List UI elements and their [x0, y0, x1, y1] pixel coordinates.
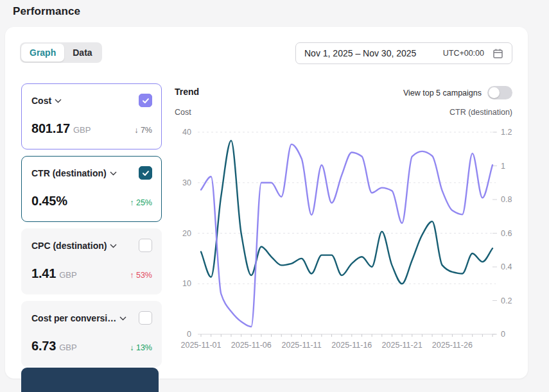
metric-label: CTR (destination) — [31, 168, 107, 178]
delta-arrow-icon: ↑ — [130, 198, 134, 207]
x-axis-tick-label: 2025-11-06 — [225, 341, 277, 350]
metric-value: 1.41 — [31, 266, 56, 281]
view-top5-label: View top 5 campaigns — [403, 89, 482, 98]
page-title: Performance — [13, 5, 80, 18]
performance-dashboard: Performance Graph Data Nov 1, 2025 – Nov… — [0, 0, 549, 392]
metric-delta: ↑ 53% — [130, 271, 152, 280]
metric-value: 0.45% — [31, 194, 67, 209]
right-axis-title: CTR (destination) — [5, 108, 512, 117]
timezone-text: UTC+00:00 — [443, 49, 484, 58]
metric-label: Cost per conversi… — [31, 313, 116, 323]
right-axis-tick-label: 0.8 — [501, 194, 512, 205]
tab-graph[interactable]: Graph — [21, 44, 64, 62]
series-line-cost — [201, 144, 492, 327]
delta-arrow-icon: ↑ — [130, 271, 134, 280]
calendar-icon[interactable] — [492, 48, 503, 59]
metric-delta: ↓ 13% — [130, 343, 152, 352]
chevron-down-icon[interactable] — [110, 244, 117, 248]
metric-checkbox[interactable] — [139, 166, 152, 180]
metric-delta: ↓ 7% — [134, 126, 152, 135]
left-axis-tick-label: 0 — [163, 329, 191, 339]
chevron-down-icon[interactable] — [119, 316, 126, 321]
right-axis-tick-label: 0.6 — [501, 228, 512, 239]
performance-panel: Graph Data Nov 1, 2025 – Nov 30, 2025 UT… — [5, 27, 528, 379]
view-mode-switcher: Graph Data — [20, 42, 102, 63]
left-axis-tick-label: 30 — [163, 178, 191, 188]
x-axis-tick-label: 2025-11-21 — [376, 341, 428, 350]
metric-unit: GBP — [59, 343, 76, 352]
partial-metric-card[interactable] — [21, 368, 159, 392]
metric-unit: GBP — [73, 125, 91, 135]
left-axis-tick-label: 10 — [163, 278, 191, 289]
right-axis-tick-label: 0.4 — [501, 262, 512, 272]
trend-chart[interactable] — [198, 132, 496, 334]
delta-arrow-icon: ↓ — [130, 343, 134, 352]
x-axis-tick-label: 2025-11-16 — [326, 341, 378, 350]
metric-card-ctr[interactable]: CTR (destination) 0.45% ↑ 25% — [21, 156, 162, 222]
right-axis-tick-label: 0 — [501, 329, 505, 339]
metric-checkbox[interactable] — [139, 239, 152, 252]
metric-card-cpc[interactable]: CPC (destination) 1.41 GBP ↑ 53% — [21, 228, 162, 294]
metric-card-cost-per-conversion[interactable]: Cost per conversi… 6.73 GBP ↓ 13% — [21, 301, 162, 367]
date-range-picker[interactable]: Nov 1, 2025 – Nov 30, 2025 UTC+00:00 — [295, 42, 512, 64]
metric-value: 801.17 — [31, 121, 70, 136]
view-top5-toggle[interactable] — [487, 86, 512, 99]
delta-arrow-icon: ↓ — [134, 126, 138, 135]
x-axis-tick-label: 2025-11-11 — [276, 341, 327, 350]
metric-value: 6.73 — [31, 339, 56, 354]
x-axis-tick-label: 2025-11-01 — [175, 341, 227, 350]
metric-delta: ↑ 25% — [130, 198, 152, 207]
metric-unit: GBP — [59, 270, 76, 280]
left-axis-tick-label: 20 — [163, 228, 191, 239]
date-range-text: Nov 1, 2025 – Nov 30, 2025 — [304, 48, 416, 58]
right-axis-tick-label: 1.2 — [501, 127, 512, 137]
check-icon — [142, 169, 150, 177]
metric-checkbox[interactable] — [139, 311, 152, 325]
toggle-knob — [489, 87, 500, 98]
chevron-down-icon[interactable] — [55, 99, 62, 103]
metric-label: CPC (destination) — [31, 241, 107, 251]
chevron-down-icon[interactable] — [110, 171, 117, 176]
tab-data[interactable]: Data — [64, 44, 100, 62]
x-axis-tick-label: 2025-11-26 — [426, 341, 478, 350]
right-axis-tick-label: 1 — [501, 161, 505, 171]
left-axis-tick-label: 40 — [163, 127, 191, 137]
right-axis-tick-label: 0.2 — [501, 296, 512, 306]
